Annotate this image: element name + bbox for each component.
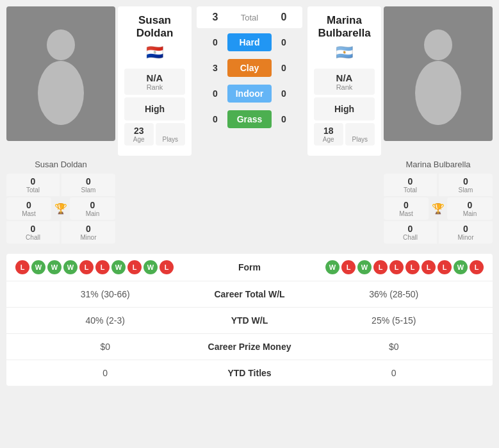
player2-name: Marina Bulbarella <box>318 14 370 40</box>
stat-p2-value: 36% (28-50) <box>304 289 484 299</box>
main-container: Susan Doldan 🇵🇾 N/A Rank High 23 Age <box>0 0 499 386</box>
p2-slam-stat: 0 Slam <box>439 174 493 196</box>
player1-form: LWWWLLWLWL <box>15 260 224 274</box>
stat-label: Career Total W/L <box>195 289 304 299</box>
player1-flag: 🇵🇾 <box>146 44 163 61</box>
form-badge-l: L <box>389 260 404 274</box>
p1-grass: 0 <box>206 114 225 124</box>
player2-age-box: 18 Age <box>314 123 343 145</box>
clay-row: 3 Clay 0 <box>197 56 302 79</box>
p1-clay: 3 <box>206 63 225 73</box>
player1-age-value: 23 <box>129 126 149 136</box>
player1-trophy: 🏆 <box>53 203 69 215</box>
stat-p1-value: 0 <box>15 368 195 378</box>
player-labels: Susan Doldan Marina Bulbarella <box>0 156 499 170</box>
form-badge-l: L <box>79 260 94 274</box>
player2-age-value: 18 <box>319 126 338 136</box>
player2-plays-box: Plays <box>345 123 375 145</box>
player1-rank-label: Rank <box>129 83 180 91</box>
top-section: Susan Doldan 🇵🇾 N/A Rank High 23 Age <box>0 0 499 156</box>
player1-card: Susan Doldan 🇵🇾 N/A Rank High 23 Age <box>118 6 192 156</box>
svg-point-3 <box>415 61 461 125</box>
player1-label: Susan Doldan <box>6 158 115 170</box>
form-badge-l: L <box>470 260 484 274</box>
player2-label: Marina Bulbarella <box>384 158 493 170</box>
p1-minor-stat: 0 Minor <box>61 221 115 244</box>
stat-label: YTD Titles <box>195 368 304 378</box>
form-badge-l: L <box>438 260 452 274</box>
stat-row-1: 40% (2-3) YTD W/L 25% (5-15) <box>6 308 493 334</box>
player2-rank-value: N/A <box>319 72 370 83</box>
middle-section: 3 Total 0 0 Hard 0 3 Clay 0 0 Indoor 0 <box>194 6 305 156</box>
player2-stats: 0 Total 0 Slam 0 Mast 🏆 0 Main <box>384 174 493 244</box>
p1-chall-stat: 0 Chall <box>6 221 60 244</box>
form-badge-l: L <box>341 260 356 274</box>
stat-p2-value: $0 <box>304 342 484 352</box>
bottom-section: LWWWLLWLWL Form WLWLLLLLWL 31% (30-66) C… <box>6 254 493 386</box>
player2-flag: 🇦🇷 <box>336 44 353 61</box>
form-badge-w: W <box>111 260 126 274</box>
form-badge-l: L <box>95 260 110 274</box>
form-badge-l: L <box>160 260 174 274</box>
p2-chall-stat: 0 Chall <box>384 221 437 244</box>
player1-age-label: Age <box>129 136 149 143</box>
hard-badge: Hard <box>227 33 272 51</box>
form-row: LWWWLLWLWL Form WLWLLLLLWL <box>6 254 493 281</box>
player1-rank-box: N/A Rank <box>124 69 185 95</box>
player1-plays-box: Plays <box>156 123 186 145</box>
player2-rank-box: N/A Rank <box>314 69 375 95</box>
form-badge-l: L <box>373 260 388 274</box>
player1-rank-indicator: High <box>124 97 185 120</box>
stat-p2-value: 0 <box>304 368 484 378</box>
form-badge-l: L <box>127 260 142 274</box>
svg-point-0 <box>47 29 75 60</box>
p1-indoor: 0 <box>206 88 225 99</box>
player2-rank-label: Rank <box>319 83 370 91</box>
p2-indoor: 0 <box>274 88 293 99</box>
player2-photo <box>384 6 493 141</box>
form-label: Form <box>224 262 275 272</box>
stat-p1-value: 40% (2-3) <box>15 315 195 326</box>
stat-p1-value: 31% (30-66) <box>15 289 195 299</box>
player1-age-box: 23 Age <box>124 123 154 145</box>
p2-mast-stat: 0 Mast <box>384 197 429 220</box>
form-badge-l: L <box>405 260 420 274</box>
hard-row: 0 Hard 0 <box>197 31 302 54</box>
player1-photo <box>6 6 115 141</box>
stat-p2-value: 25% (5-15) <box>304 315 484 326</box>
p1-main-stat: 0 Main <box>70 197 115 220</box>
form-badge-l: L <box>15 260 29 274</box>
p2-total-stat: 0 Total <box>384 174 437 196</box>
form-badge-w: W <box>454 260 468 274</box>
form-badge-w: W <box>47 260 61 274</box>
stat-row-0: 31% (30-66) Career Total W/L 36% (28-50) <box>6 281 493 308</box>
player2-rank-indicator: High <box>314 97 375 120</box>
player1-rank-value: N/A <box>129 72 180 83</box>
player2-form: WLWLLLLLWL <box>275 260 484 274</box>
player1-plays-label: Plays <box>161 136 181 143</box>
player2-info: N/A Rank High 18 Age Plays <box>314 69 375 148</box>
p1-total: 3 <box>206 12 225 23</box>
grass-row: 0 Grass 0 <box>197 108 302 131</box>
player1-info: N/A Rank High 23 Age Plays <box>124 69 185 148</box>
p1-slam-stat: 0 Slam <box>61 174 115 196</box>
p2-total: 0 <box>274 12 293 23</box>
svg-point-2 <box>424 29 452 60</box>
stat-p1-value: $0 <box>15 342 195 352</box>
stat-row-2: $0 Career Prize Money $0 <box>6 334 493 360</box>
form-badge-w: W <box>143 260 158 274</box>
player-stats-row: 0 Total 0 Slam 0 Mast 🏆 0 Main <box>0 170 499 249</box>
p1-mast-stat: 0 Mast <box>6 197 51 220</box>
form-badge-w: W <box>325 260 339 274</box>
player1-stats: 0 Total 0 Slam 0 Mast 🏆 0 Main <box>6 174 115 244</box>
stat-rows: 31% (30-66) Career Total W/L 36% (28-50)… <box>6 281 493 386</box>
clay-badge: Clay <box>227 59 272 77</box>
player1-name: Susan Doldan <box>136 14 174 40</box>
indoor-badge: Indoor <box>227 85 272 103</box>
total-row: 3 Total 0 <box>197 6 302 28</box>
form-badge-w: W <box>357 260 372 274</box>
p2-grass: 0 <box>274 114 293 124</box>
p2-minor-stat: 0 Minor <box>439 221 493 244</box>
p2-clay: 0 <box>274 63 293 73</box>
p1-hard: 0 <box>206 37 225 47</box>
